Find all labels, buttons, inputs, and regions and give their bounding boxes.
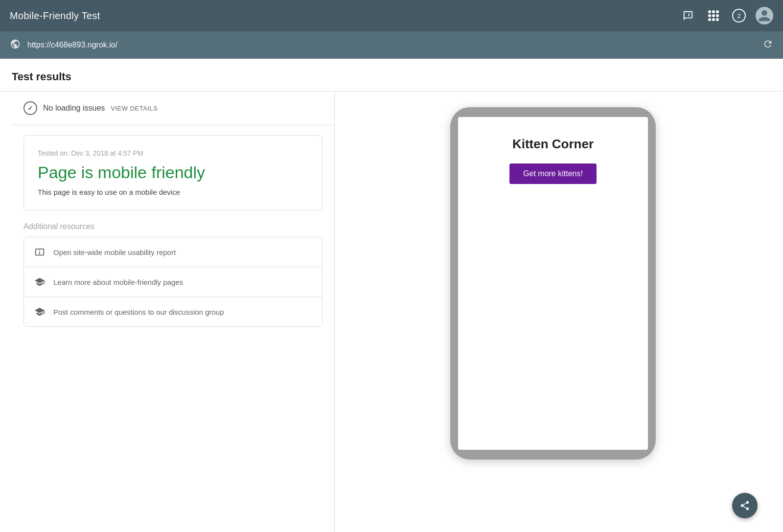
refresh-button[interactable] [762,39,773,52]
view-details-link[interactable]: VIEW DETAILS [111,105,158,112]
mobile-friendly-subtext: This page is easy to use on a mobile dev… [38,188,308,196]
status-text: No loading issues [43,104,105,113]
url-bar [0,31,783,59]
tested-on-date: Tested on: Dec 3, 2018 at 4:57 PM [38,149,308,157]
avatar [756,7,773,24]
resource-item-usability[interactable]: Open site-wide mobile usability report [24,237,322,267]
right-panel: Kitten Corner Get more kittens! [335,92,771,532]
app-title: Mobile-Friendly Test [10,10,100,22]
phone-site-title: Kitten Corner [512,137,594,152]
resource-card: Open site-wide mobile usability report L… [23,237,322,327]
resource-item-label: Open site-wide mobile usability report [53,248,176,256]
left-panel: ✓ No loading issues VIEW DETAILS Tested … [12,92,335,532]
learn-icon [34,276,46,288]
resource-item-learn[interactable]: Learn more about mobile-friendly pages [24,267,322,297]
phone-cta-button[interactable]: Get more kittens! [509,163,597,184]
apps-button[interactable] [705,7,722,24]
additional-resources: Additional resources Open site-wide mobi… [23,222,322,327]
share-icon [739,500,750,511]
resource-item-label: Post comments or questions to our discus… [53,308,224,316]
content-row: ✓ No loading issues VIEW DETAILS Tested … [12,92,771,532]
mobile-friendly-heading: Page is mobile friendly [38,163,308,182]
resource-item-label: Learn more about mobile-friendly pages [53,278,183,286]
phone-screen: Kitten Corner Get more kittens! [458,117,648,450]
result-card: Tested on: Dec 3, 2018 at 4:57 PM Page i… [23,135,322,210]
globe-icon [10,39,21,52]
report-icon [34,246,46,258]
avatar-button[interactable] [756,7,773,24]
resource-item-discuss[interactable]: Post comments or questions to our discus… [24,297,322,326]
discuss-icon [34,306,46,318]
page-title: Test results [12,70,771,91]
feedback-button[interactable] [679,7,697,24]
check-icon: ✓ [23,101,37,115]
phone-frame: Kitten Corner Get more kittens! [450,107,656,460]
apps-icon [708,10,719,21]
feedback-icon [683,10,693,21]
user-avatar-icon [758,9,771,23]
notification-badge: 2 [732,9,746,23]
additional-resources-title: Additional resources [23,222,322,231]
share-fab-button[interactable] [732,493,758,518]
notifications-button[interactable]: 2 [730,7,748,24]
status-bar: ✓ No loading issues VIEW DETAILS [12,92,334,125]
main-content: Test results ✓ No loading issues VIEW DE… [0,59,783,532]
header-icons: 2 [679,7,773,24]
url-input[interactable] [27,41,756,49]
app-header: Mobile-Friendly Test 2 [0,0,783,31]
